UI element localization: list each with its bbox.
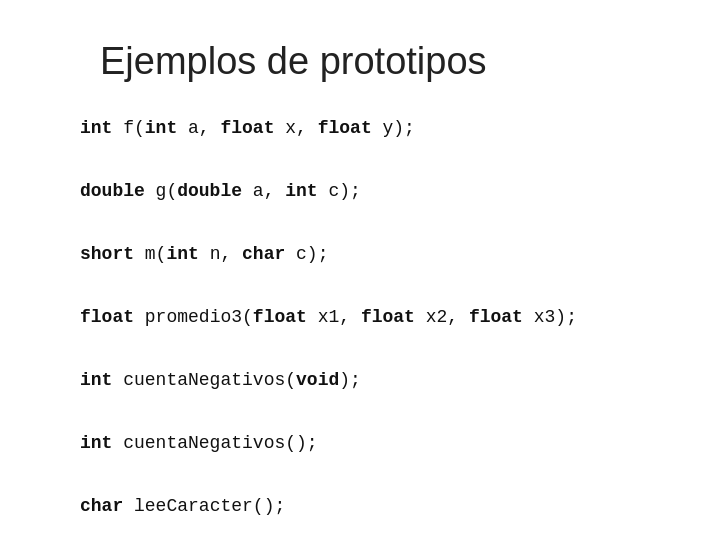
code-line-7: char leeCaracter(); — [80, 491, 660, 523]
code-line-blank-2 — [80, 208, 660, 240]
code-line-blank-3 — [80, 271, 660, 303]
code-line-blank-1 — [80, 145, 660, 177]
keyword-int: int — [80, 118, 112, 138]
code-line-6: int cuentaNegativos(); — [80, 428, 660, 460]
code-line-blank-5 — [80, 397, 660, 429]
code-line-blank-4 — [80, 334, 660, 366]
slide: Ejemplos de prototipos int f(int a, floa… — [0, 0, 720, 540]
code-line-4: float promedio3(float x1, float x2, floa… — [80, 302, 660, 334]
code-line-2: double g(double a, int c); — [80, 176, 660, 208]
code-block: int f(int a, float x, float y); double g… — [80, 113, 660, 523]
slide-title: Ejemplos de prototipos — [100, 40, 660, 83]
code-line-1: int f(int a, float x, float y); — [80, 113, 660, 145]
code-line-3: short m(int n, char c); — [80, 239, 660, 271]
code-line-5: int cuentaNegativos(void); — [80, 365, 660, 397]
code-line-blank-6 — [80, 460, 660, 492]
